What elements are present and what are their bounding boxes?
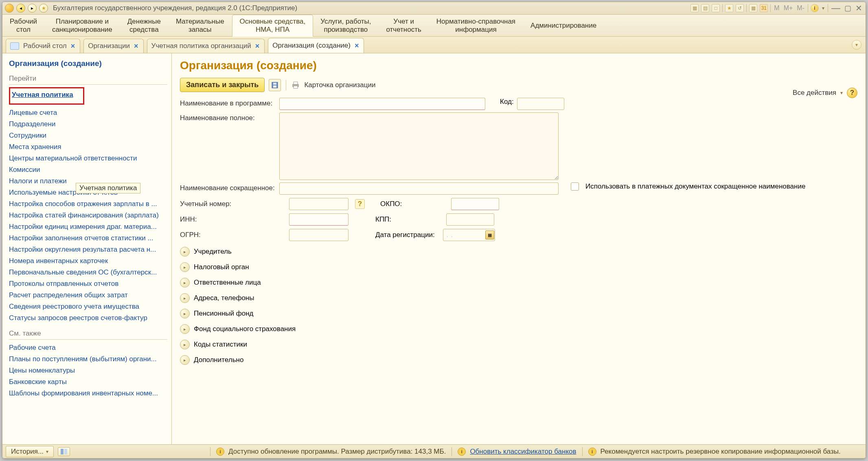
input-inn[interactable]	[289, 213, 349, 226]
section-item[interactable]: Услуги, работы,производство	[313, 15, 379, 36]
expander-row[interactable]: ▸ Коды статистики	[180, 340, 857, 349]
section-item[interactable]: Планирование исанкционирование	[45, 15, 120, 36]
history-icon[interactable]: ↺	[736, 4, 744, 12]
expander-label: Ответственные лица	[194, 279, 261, 287]
nav-link[interactable]: Рабочие счета	[9, 342, 167, 353]
titlebar-right-icon[interactable]: ▸	[28, 4, 37, 13]
app-menu-icon[interactable]	[5, 4, 14, 13]
close-tab-icon[interactable]: ×	[134, 43, 138, 49]
panels-button[interactable]	[58, 447, 70, 456]
tab[interactable]: Учетная политика организаций×	[147, 39, 265, 53]
org-card-link[interactable]: Карточка организации	[304, 81, 375, 89]
calendar-picker-icon[interactable]: ▦	[485, 230, 494, 239]
expand-icon[interactable]: ▸	[180, 262, 190, 272]
nav-link[interactable]: Настройки единиц измерения драг. материа…	[9, 221, 167, 233]
save-icon[interactable]	[269, 79, 281, 91]
memory-mminus-button[interactable]: M-	[796, 4, 805, 12]
tab[interactable]: Рабочий стол×	[6, 39, 80, 53]
nav-title: Организация (создание)	[9, 59, 167, 68]
nav-link[interactable]: Сотрудники	[9, 130, 167, 141]
nav-link[interactable]: Планы по поступлениям (выбытиям) органи.…	[9, 353, 167, 365]
tabs-more-icon[interactable]: ▾	[852, 40, 861, 50]
expander-row[interactable]: ▸ Дополнительно	[180, 355, 857, 365]
expander-row[interactable]: ▸ Адреса, телефоны	[180, 293, 857, 303]
close-window-icon[interactable]: ✕	[855, 3, 863, 13]
input-account-no[interactable]	[289, 198, 349, 210]
nav-link[interactable]: Первоначальные сведения ОС (бухгалтерск.…	[9, 267, 167, 278]
input-ogrn[interactable]	[289, 229, 349, 241]
nav-link[interactable]: Лицевые счета	[9, 107, 167, 119]
help-icon[interactable]: ?	[847, 88, 857, 98]
input-kpp[interactable]	[446, 213, 494, 226]
close-tab-icon[interactable]: ×	[255, 43, 260, 49]
tab[interactable]: Организация (создание)×	[268, 38, 364, 53]
info-dropdown-icon[interactable]: ▾	[821, 5, 825, 11]
nav-link[interactable]: Протоколы отправленных отчетов	[9, 278, 167, 290]
expand-icon[interactable]: ▸	[180, 293, 190, 303]
expand-icon[interactable]: ▸	[180, 340, 190, 349]
calendar-icon[interactable]: 31	[760, 4, 768, 12]
textarea-name-full[interactable]	[279, 112, 559, 180]
nav-link[interactable]: Банковские карты	[9, 376, 167, 388]
expand-icon[interactable]: ▸	[180, 324, 190, 334]
nav-link[interactable]: Центры материальной ответственности	[9, 153, 167, 164]
expand-icon[interactable]: ▸	[180, 247, 190, 257]
help-small-icon[interactable]: ?	[355, 199, 365, 209]
expander-row[interactable]: ▸ Пенсионный фонд	[180, 309, 857, 318]
memory-m-button[interactable]: M	[773, 4, 780, 12]
history-button[interactable]: История... ▾	[6, 446, 54, 457]
maximize-icon[interactable]: ▢	[844, 4, 852, 13]
close-tab-icon[interactable]: ×	[71, 43, 75, 49]
titlebar-tool-3-icon[interactable]: □	[712, 4, 720, 12]
expand-icon[interactable]: ▸	[180, 309, 190, 318]
expand-icon[interactable]: ▸	[180, 278, 190, 288]
nav-link[interactable]: Сведения реестрового учета имущества	[9, 301, 167, 312]
save-and-close-button[interactable]: Записать и закрыть	[180, 78, 265, 92]
expander-row[interactable]: ▸ Фонд социального страхования	[180, 324, 857, 334]
print-icon[interactable]	[291, 79, 300, 91]
nav-link[interactable]: Настройки заполнения отчетов статистики …	[9, 233, 167, 244]
titlebar-tool-1-icon[interactable]: ▦	[690, 4, 699, 12]
favorite-icon[interactable]: ★	[39, 4, 48, 13]
nav-link[interactable]: Цены номенклатуры	[9, 365, 167, 376]
expander-row[interactable]: ▸ Налоговый орган	[180, 262, 857, 272]
input-okpo[interactable]	[451, 198, 499, 210]
section-item[interactable]: Рабочийстол	[2, 15, 45, 36]
nav-link-accounting-policy[interactable]: Учетная политика	[12, 89, 73, 101]
input-name-short[interactable]	[279, 182, 559, 195]
section-item[interactable]: Нормативно-справочнаяинформация	[429, 15, 523, 36]
nav-link[interactable]: Статусы запросов реестров счетов-фактур	[9, 312, 167, 324]
nav-link[interactable]: Комиссии	[9, 164, 167, 176]
calculator-icon[interactable]: ▦	[749, 4, 757, 12]
section-item[interactable]: Основные средства,НМА, НПА	[232, 15, 313, 37]
nav-link[interactable]: Настройка статей финансирования (зарплат…	[9, 210, 167, 221]
nav-link[interactable]: Подразделени	[9, 119, 167, 130]
expander-row[interactable]: ▸ Учредитель	[180, 247, 857, 257]
nav-link[interactable]: Настройки округления результата расчета …	[9, 244, 167, 255]
nav-link[interactable]: Места хранения	[9, 141, 167, 153]
star-icon[interactable]: ★	[725, 4, 733, 12]
nav-link[interactable]: Расчет распределения общих затрат	[9, 290, 167, 301]
nav-link[interactable]: Номера инвентарных карточек	[9, 255, 167, 267]
status-update-text: Доступно обновление программы. Размер ди…	[228, 448, 446, 456]
section-item[interactable]: Учет иотчетность	[379, 15, 429, 36]
input-code[interactable]	[517, 98, 564, 110]
close-tab-icon[interactable]: ×	[355, 43, 359, 48]
tab[interactable]: Организации×	[83, 39, 143, 53]
titlebar-left-icon[interactable]: ◂	[16, 4, 25, 13]
titlebar-tool-2-icon[interactable]: ▤	[701, 4, 709, 12]
nav-link[interactable]: Настройка способов отражения зарплаты в …	[9, 198, 167, 210]
memory-mplus-button[interactable]: M+	[783, 4, 794, 12]
expander-row[interactable]: ▸ Ответственные лица	[180, 278, 857, 288]
section-item[interactable]: Денежныесредства	[120, 15, 169, 36]
minimize-icon[interactable]: —	[831, 3, 841, 13]
input-name-prog[interactable]	[279, 98, 485, 110]
info-icon[interactable]: i	[811, 4, 819, 12]
status-bank-link[interactable]: Обновить классификатор банков	[470, 448, 576, 456]
nav-link[interactable]: Шаблоны формирования инвентарных номе...	[9, 388, 167, 399]
all-actions-menu[interactable]: Все действия ▾ ?	[793, 88, 857, 98]
expand-icon[interactable]: ▸	[180, 355, 190, 365]
checkbox-use-short[interactable]	[571, 182, 579, 191]
section-item[interactable]: Администрирование	[523, 15, 604, 36]
section-item[interactable]: Материальныезапасы	[169, 15, 232, 36]
